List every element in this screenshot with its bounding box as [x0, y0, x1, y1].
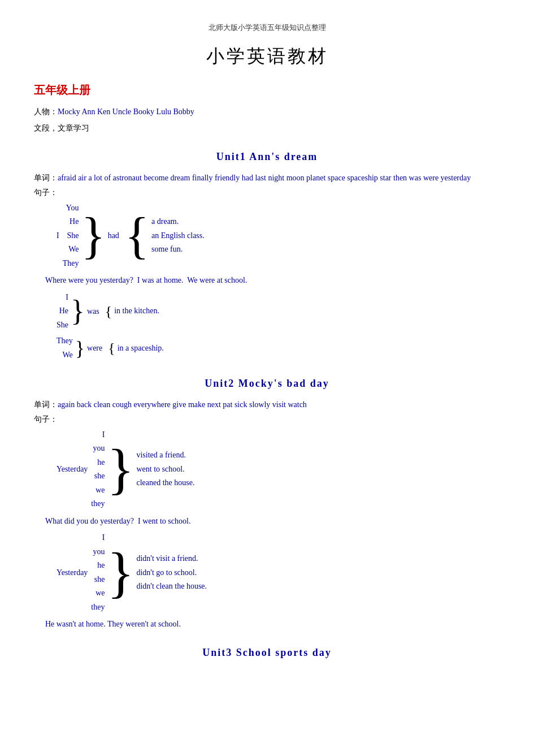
pos-right-brace: } [107, 444, 134, 495]
was-right-brace: } [71, 298, 85, 325]
was-verb: was [87, 307, 99, 316]
unit1-was-structure: I He She } was { in the kitchen. [57, 291, 500, 332]
unit2-section: Unit2 Mocky's bad day 单词：again back clea… [34, 378, 500, 631]
characters-line: 人物：Mocky Ann Ken Uncle Booky Lulu Bobby [34, 105, 500, 119]
yesterday-label: Yesterday [57, 465, 88, 474]
unit1-were-structure: They We } were { in a spaceship. [57, 334, 500, 362]
main-title: 小学英语教材 [34, 44, 500, 69]
neg-objects: didn't visit a friend. didn't go to scho… [136, 552, 207, 594]
was-subjects: I He She [57, 291, 68, 332]
was-left-brace: { [105, 305, 112, 318]
unit2-yesterday-positive: Yesterday I you he she we they } visited… [57, 428, 500, 511]
had-verb: had [108, 231, 119, 240]
study-note: 文段，文章学习 [34, 121, 500, 135]
had-right-brace: { [125, 213, 149, 258]
unit1-vocab: 单词：afraid air a lot of astronaut become … [34, 171, 500, 185]
unit3-section: Unit3 School sports day [34, 647, 500, 659]
unit1-section: Unit1 Ann's dream 单词：afraid air a lot of… [34, 151, 500, 362]
were-subjects: They We [57, 334, 73, 362]
unit2-sentence-label: 句子： [34, 414, 500, 425]
unit3-title: Unit3 School sports day [34, 647, 500, 659]
page-header: 北师大版小学英语五年级知识点整理 [34, 23, 500, 33]
were-objects: in a spaceship. [118, 342, 164, 356]
unit1-title: Unit1 Ann's dream [34, 151, 500, 163]
unit2-extra-sentence: He wasn't at home. They weren't at schoo… [45, 617, 500, 631]
was-objects: in the kitchen. [114, 304, 159, 318]
unit2-question-sentence: What did you do yesterday? I went to sch… [45, 515, 500, 528]
unit2-yesterday-negative: Yesterday I you he she we they } didn't … [57, 531, 500, 614]
unit2-vocab: 单词：again back clean cough everywhere giv… [34, 398, 500, 412]
pos-objects: visited a friend. went to school. cleane… [136, 448, 194, 490]
had-subject-i: I [57, 231, 59, 240]
unit2-title: Unit2 Mocky's bad day [34, 378, 500, 390]
pos-subjects: I you he she we they [91, 428, 105, 511]
were-left-brace: { [108, 342, 115, 355]
grade-title: 五年级上册 [34, 83, 500, 98]
yesterday-neg-label: Yesterday [57, 568, 88, 577]
unit1-where-sentence: Where were you yesterday? I was at home.… [45, 274, 500, 287]
had-left-brace: } [81, 213, 105, 258]
grade-section: 五年级上册 人物：Mocky Ann Ken Uncle Booky Lulu … [34, 83, 500, 135]
neg-subjects: I you he she we they [91, 531, 105, 614]
unit1-had-structure: I You He She We They } had { a dream. an… [57, 201, 500, 271]
had-subjects-group: You He She We They [63, 201, 79, 271]
were-verb: were [87, 344, 102, 353]
unit1-sentence-label: 句子： [34, 188, 500, 198]
had-objects: a dream. an English class. some fun. [151, 215, 205, 257]
subtitle-text: 北师大版小学英语五年级知识点整理 [209, 23, 326, 32]
neg-right-brace: } [107, 547, 134, 598]
were-right-brace: } [75, 339, 85, 357]
